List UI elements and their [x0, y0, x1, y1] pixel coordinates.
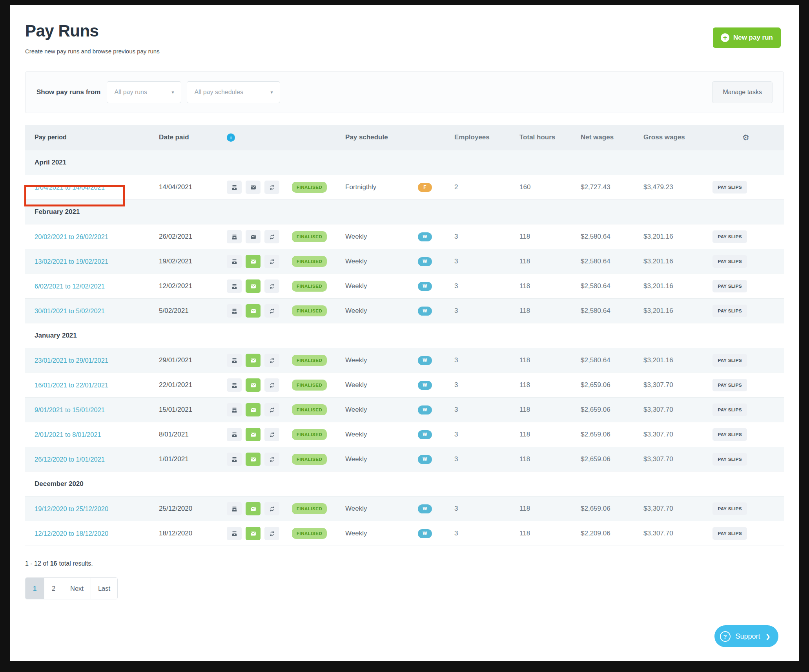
pay-slips-button[interactable]: PAY SLIPS: [712, 255, 747, 268]
results-suffix: total results.: [59, 560, 93, 567]
page-2-button[interactable]: 2: [44, 578, 63, 599]
status-badge: FINALISED: [292, 355, 327, 366]
status-badge: FINALISED: [292, 454, 327, 465]
sync-payrun-button[interactable]: [264, 502, 279, 515]
print-payslips-button[interactable]: [227, 527, 242, 540]
sync-payrun-button[interactable]: [264, 255, 279, 268]
pay-period-link[interactable]: 30/01/2021 to 5/02/2021: [35, 307, 105, 314]
net-wages: $2,659.06: [581, 431, 643, 438]
group-header: April 2021: [25, 150, 784, 175]
schedule-letter-badge: W: [418, 232, 432, 241]
sync-payrun-button[interactable]: [264, 378, 279, 392]
pay-slips-button[interactable]: PAY SLIPS: [712, 230, 747, 243]
email-payslips-button[interactable]: [246, 181, 261, 194]
print-payslips-button[interactable]: [227, 354, 242, 367]
pay-slips-button[interactable]: PAY SLIPS: [712, 502, 747, 515]
email-payslips-button[interactable]: [246, 279, 261, 293]
caret-down-icon: ▾: [171, 89, 174, 95]
pay-period-link[interactable]: 12/12/2020 to 18/12/2020: [35, 530, 108, 537]
gear-icon[interactable]: ⚙: [742, 133, 749, 142]
group-label: January 2021: [25, 332, 77, 340]
print-payslips-button[interactable]: [227, 502, 242, 515]
print-payslips-button[interactable]: [227, 378, 242, 392]
print-payslips-button[interactable]: [227, 181, 242, 194]
pay-schedule-name: Weekly: [345, 233, 416, 241]
pay-period-link[interactable]: 26/12/2020 to 1/01/2021: [35, 456, 105, 463]
pay-slips-button[interactable]: PAY SLIPS: [712, 428, 747, 441]
pay-period-link[interactable]: 9/01/2021 to 15/01/2021: [35, 406, 105, 413]
table-row: 9/01/2021 to 15/01/202115/01/2021FINALIS…: [25, 397, 784, 422]
support-button[interactable]: ? Support ❯: [714, 625, 778, 647]
print-payslips-button[interactable]: [227, 230, 242, 243]
net-wages: $2,659.06: [581, 406, 643, 414]
email-payslips-button[interactable]: [246, 527, 261, 540]
manage-tasks-button[interactable]: Manage tasks: [712, 81, 773, 103]
email-payslips-button[interactable]: [246, 502, 261, 515]
print-payslips-button[interactable]: [227, 279, 242, 293]
sync-payrun-button[interactable]: [264, 453, 279, 466]
sync-payrun-button[interactable]: [264, 279, 279, 293]
email-payslips-button[interactable]: [246, 428, 261, 441]
sync-payrun-button[interactable]: [264, 354, 279, 367]
pay-schedules-dropdown[interactable]: All pay schedules ▾: [187, 81, 280, 103]
group-label: December 2020: [25, 480, 84, 488]
pay-slips-button[interactable]: PAY SLIPS: [712, 453, 747, 466]
net-wages: $2,659.06: [581, 505, 643, 513]
page-1-button[interactable]: 1: [26, 578, 44, 599]
print-payslips-button[interactable]: [227, 304, 242, 318]
status-badge: FINALISED: [292, 256, 327, 267]
pay-slips-button[interactable]: PAY SLIPS: [712, 305, 747, 317]
pay-slips-button[interactable]: PAY SLIPS: [712, 527, 747, 540]
envelope-icon: [250, 530, 257, 537]
date-paid: 1/01/2021: [159, 455, 227, 463]
pay-period-link[interactable]: 19/12/2020 to 25/12/2020: [35, 505, 108, 512]
schedule-letter-badge: W: [418, 356, 432, 365]
pay-period-link[interactable]: 2/01/2021 to 8/01/2021: [35, 431, 101, 438]
sync-payrun-button[interactable]: [264, 403, 279, 416]
print-payslips-button[interactable]: [227, 255, 242, 268]
email-payslips-button[interactable]: [246, 354, 261, 367]
last-page-button[interactable]: Last: [91, 578, 117, 599]
sync-payrun-button[interactable]: [264, 230, 279, 243]
pay-schedule-name: Weekly: [345, 356, 416, 364]
pay-period-link[interactable]: 20/02/2021 to 26/02/2021: [35, 233, 108, 240]
pay-slips-button[interactable]: PAY SLIPS: [712, 404, 747, 416]
status-badge: FINALISED: [292, 528, 327, 539]
email-payslips-button[interactable]: [246, 378, 261, 392]
envelope-icon: [250, 283, 257, 290]
sync-icon: [269, 382, 275, 389]
printer-icon: [231, 283, 238, 290]
pay-slips-button[interactable]: PAY SLIPS: [712, 181, 747, 194]
sync-payrun-button[interactable]: [264, 181, 279, 194]
sync-icon: [269, 407, 275, 413]
employees-count: 3: [450, 307, 518, 315]
sync-payrun-button[interactable]: [264, 527, 279, 540]
sync-payrun-button[interactable]: [264, 428, 279, 441]
email-payslips-button[interactable]: [246, 230, 261, 243]
pay-period-link[interactable]: 23/01/2021 to 29/01/2021: [35, 357, 108, 364]
schedule-letter-badge: W: [418, 529, 432, 538]
employees-count: 3: [450, 455, 518, 463]
printer-icon: [231, 530, 238, 537]
email-payslips-button[interactable]: [246, 255, 261, 268]
pay-period-link[interactable]: 13/02/2021 to 19/02/2021: [35, 258, 108, 265]
print-payslips-button[interactable]: [227, 403, 242, 416]
print-payslips-button[interactable]: [227, 428, 242, 441]
email-payslips-button[interactable]: [246, 453, 261, 466]
pay-period-link[interactable]: 1/04/2021 to 14/04/2021: [35, 184, 105, 191]
email-payslips-button[interactable]: [246, 304, 261, 318]
sync-payrun-button[interactable]: [264, 304, 279, 318]
print-payslips-button[interactable]: [227, 453, 242, 466]
pay-runs-dropdown[interactable]: All pay runs ▾: [107, 81, 181, 103]
pay-slips-button[interactable]: PAY SLIPS: [712, 379, 747, 391]
pay-period-link[interactable]: 16/01/2021 to 22/01/2021: [35, 382, 108, 389]
question-icon: ?: [720, 631, 731, 642]
info-icon[interactable]: i: [227, 133, 235, 142]
new-pay-run-button[interactable]: + New pay run: [713, 27, 781, 48]
next-page-button[interactable]: Next: [63, 578, 91, 599]
net-wages: $2,580.64: [581, 307, 643, 315]
pay-slips-button[interactable]: PAY SLIPS: [712, 280, 747, 292]
pay-period-link[interactable]: 6/02/2021 to 12/02/2021: [35, 283, 105, 290]
pay-slips-button[interactable]: PAY SLIPS: [712, 354, 747, 367]
email-payslips-button[interactable]: [246, 403, 261, 416]
